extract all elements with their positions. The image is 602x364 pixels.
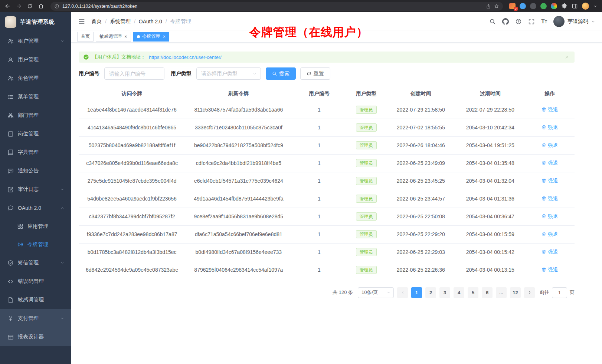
page-button-12[interactable]: 12	[510, 287, 521, 298]
force-logout-button[interactable]: 强退	[542, 249, 558, 255]
sidebar-item-dept[interactable]: 部门管理	[0, 106, 71, 125]
breadcrumb-item[interactable]: OAuth 2.0	[139, 19, 162, 24]
sidebar-item-role[interactable]: 角色管理	[0, 69, 71, 87]
tab-close-icon[interactable]: ×	[163, 34, 166, 39]
browser-profile-avatar[interactable]	[582, 3, 589, 10]
page-button-more[interactable]: ...	[496, 287, 507, 298]
user-type-badge: 管理员	[356, 177, 377, 185]
alert-close-icon[interactable]	[565, 55, 569, 60]
sidebar-item-post[interactable]: 岗位管理	[0, 125, 71, 143]
extension-icon-1[interactable]: 0	[509, 3, 516, 9]
breadcrumb-item[interactable]: 首页	[91, 18, 102, 25]
cell-refresh-token: b0df4980ffd34c67a08f9156e4eee733	[185, 243, 292, 261]
search-button-label: 搜索	[279, 70, 289, 77]
force-logout-label: 强退	[548, 142, 558, 149]
page-button-5[interactable]: 5	[468, 287, 478, 298]
extension-icon-3[interactable]	[530, 3, 536, 9]
force-logout-button[interactable]: 强退	[542, 195, 558, 202]
extension-icon-2[interactable]	[520, 3, 526, 9]
page-size-select[interactable]: 10条/页	[358, 287, 394, 298]
cell-user-id: 1	[292, 172, 346, 190]
annotation-text: 令牌管理（在线用户）	[249, 24, 368, 40]
side-panel-icon[interactable]	[572, 3, 578, 9]
site-info-icon[interactable]	[54, 4, 59, 9]
reset-button[interactable]: 重置	[300, 67, 330, 80]
table-row: 1ea5e44f8bc1467aaede43144f31de76811c5304…	[79, 101, 575, 119]
bookmark-star-icon[interactable]	[494, 4, 499, 9]
force-logout-button[interactable]: 强退	[542, 231, 558, 238]
force-logout-button[interactable]: 强退	[542, 142, 558, 149]
sidebar-item-label: 部门管理	[18, 112, 65, 119]
force-logout-label: 强退	[548, 124, 558, 131]
sidebar-item-oauth2[interactable]: OAuth 2.0	[0, 199, 71, 217]
address-bar[interactable]: 127.0.0.1:1024/system/oauth2/token	[50, 2, 503, 11]
sidebar-item-oauth2-app[interactable]: 应用管理	[0, 217, 71, 235]
cell-user-id: 1	[292, 208, 346, 225]
page-button-6[interactable]: 6	[482, 287, 493, 298]
table-row: 275e5de9151045fe87cbdc395e004f4de6cfd40e…	[79, 172, 575, 190]
sidebar-item-label: 令牌管理	[27, 241, 65, 248]
cell-user-type: 管理员	[346, 136, 386, 154]
forward-icon[interactable]	[16, 3, 22, 9]
doc-link[interactable]: https://doc.iocoder.cn/user-center/	[149, 54, 222, 60]
page-button-2[interactable]: 2	[425, 287, 436, 298]
col-refresh-token: 刷新令牌	[185, 87, 292, 101]
table-row: f9336e7c7dd242a283ee98dc86b17a87dfa6c71a…	[79, 225, 575, 243]
sidebar-item-error-code[interactable]: 错误码管理	[0, 272, 71, 291]
tab-close-icon[interactable]: ×	[124, 34, 127, 39]
tab-2[interactable]: 令牌管理×	[133, 32, 170, 42]
sidebar-item-dict[interactable]: 字典管理	[0, 143, 71, 162]
tab-0[interactable]: 首页	[77, 32, 94, 42]
force-logout-button[interactable]: 强退	[542, 178, 558, 184]
search-button[interactable]: 搜索	[266, 67, 296, 80]
home-icon[interactable]	[38, 3, 44, 9]
force-logout-button[interactable]: 强退	[542, 213, 558, 220]
extension-icon-5[interactable]	[551, 3, 557, 9]
sidebar-item-audit-log[interactable]: 审计日志	[0, 180, 71, 199]
user-type-select[interactable]: 请选择用户类型	[196, 67, 261, 80]
page-button-3[interactable]: 3	[439, 287, 450, 298]
trash-icon	[542, 267, 546, 272]
user-id-input[interactable]	[104, 67, 164, 80]
cell-expire-time: 2054-03-10 20:42:34	[455, 119, 525, 136]
sidebar-item-user[interactable]: 用户管理	[0, 50, 71, 69]
sidebar-item-report[interactable]: 报表设计器	[0, 328, 71, 346]
breadcrumb: 首页/系统管理/OAuth 2.0/令牌管理	[91, 18, 191, 25]
docs-help-icon[interactable]	[515, 18, 522, 25]
next-page-button[interactable]	[524, 287, 535, 298]
sidebar-item-notice[interactable]: 通知公告	[0, 162, 71, 180]
prev-page-button[interactable]	[397, 287, 408, 298]
chevron-down-icon[interactable]	[593, 4, 598, 9]
tab-1[interactable]: 敏感词管理×	[96, 32, 131, 42]
font-size-icon[interactable]: TT	[541, 19, 547, 24]
fullscreen-icon[interactable]	[528, 18, 535, 25]
sidebar-item-sms[interactable]: 短信管理	[0, 254, 71, 272]
user-menu[interactable]: 芋道源码	[553, 16, 595, 27]
hamburger-icon[interactable]	[78, 18, 85, 25]
app-logo[interactable]: 芋道管理系统	[0, 12, 71, 32]
back-icon[interactable]	[4, 3, 11, 9]
sidebar-item-menu[interactable]: 菜单管理	[0, 87, 71, 106]
sidebar-item-sensitive-word[interactable]: 敏感词管理	[0, 291, 71, 309]
force-logout-button[interactable]: 强退	[542, 124, 558, 131]
extension-icon-4[interactable]	[540, 3, 547, 9]
user-avatar	[553, 16, 565, 27]
goto-page-input[interactable]	[552, 287, 567, 298]
force-logout-button[interactable]: 强退	[542, 106, 558, 113]
reload-icon[interactable]	[27, 3, 33, 9]
extensions-puzzle-icon[interactable]	[561, 3, 567, 9]
users-icon	[7, 75, 14, 82]
sidebar-item-tenant[interactable]: 租户管理	[0, 32, 71, 50]
breadcrumb-item[interactable]: 系统管理	[110, 18, 131, 25]
cell-actions: 强退	[525, 119, 575, 136]
force-logout-button[interactable]: 强退	[542, 160, 558, 166]
page-button-1[interactable]: 1	[411, 287, 422, 298]
sidebar-item-pay[interactable]: 支付管理	[0, 309, 71, 328]
force-logout-button[interactable]: 强退	[542, 267, 558, 273]
sidebar-item-oauth2-token[interactable]: 令牌管理	[0, 235, 71, 254]
search-icon[interactable]	[489, 18, 496, 25]
user-type-badge: 管理员	[356, 123, 377, 132]
share-icon[interactable]	[486, 4, 491, 9]
page-button-4[interactable]: 4	[454, 287, 464, 298]
github-icon[interactable]	[502, 18, 509, 25]
